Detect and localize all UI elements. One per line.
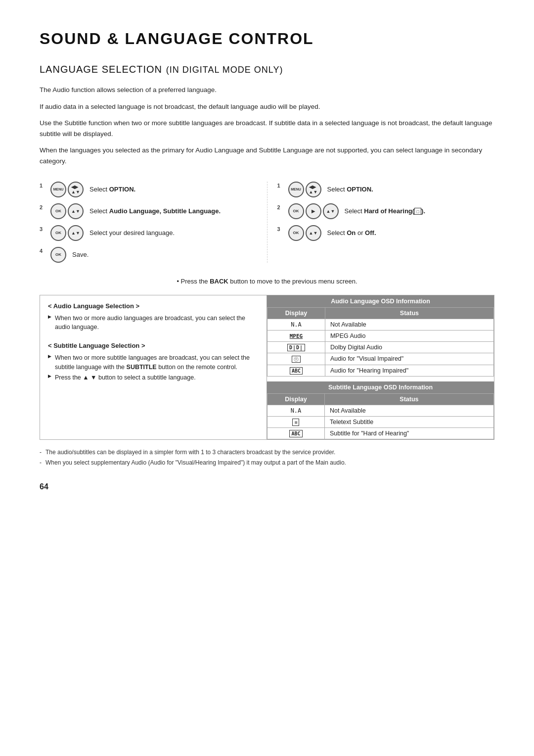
audio-display-na: N.A xyxy=(267,319,325,330)
subtitle-lang-section: < Subtitle Language Selection > When two… xyxy=(48,342,259,382)
audio-status-vi: Audio for "Visual Impaired" xyxy=(325,353,493,365)
intro-text-4: When the languages you selected as the p… xyxy=(40,145,494,166)
subtitle-row-txt: ≡ Teletext Subtitle xyxy=(267,416,494,427)
subtitle-status-abc: Subtitle for "Hard of Hearing" xyxy=(324,427,493,439)
arrow-btn-l2: ▲▼ xyxy=(68,203,84,219)
arrow-btn-r1: ◀▶▲▼ xyxy=(306,182,321,197)
up-btn-r2: ▲▼ xyxy=(323,203,339,219)
step-l1-text: Select OPTION. xyxy=(89,185,135,194)
footnote-1: The audio/subtitles can be displayed in … xyxy=(40,448,494,457)
bottom-right: Audio Language OSD Information Display S… xyxy=(267,295,494,439)
left-step-3: 3 OK ▲▼ Select your desired language. xyxy=(40,225,257,241)
step-label-l1: 1 xyxy=(40,183,44,189)
step-r3-buttons: OK ▲▼ xyxy=(288,225,321,241)
subtitle-col-display: Display xyxy=(267,393,325,405)
arrow-btn-l3: ▲▼ xyxy=(68,225,84,241)
step-l3-text: Select your desired language. xyxy=(89,228,175,238)
press-back-note: • Press the BACK button to move to the p… xyxy=(40,278,494,285)
step-l4-text: Save. xyxy=(72,250,89,260)
intro-text-2: If audio data in a selected language is … xyxy=(40,101,494,112)
step-r3-text: Select On or Off. xyxy=(327,228,376,238)
audio-display-dolby: D|D| xyxy=(267,341,325,353)
subtitle-row-abc: ABC Subtitle for "Hard of Hearing" xyxy=(267,427,494,439)
right-step-2: 2 OK ▶ ▲▼ Select Hard of Hearing(□). xyxy=(277,203,495,219)
step-label-r2: 2 xyxy=(277,204,282,210)
right-step-3: 3 OK ▲▼ Select On or Off. xyxy=(277,225,495,241)
teletext-icon: ≡ xyxy=(292,419,299,426)
step-l1-buttons: MENU ◀▶▲▼ xyxy=(50,182,84,197)
audio-osd-section: Audio Language OSD Information Display S… xyxy=(267,295,494,377)
audio-status-mpeg: MPEG Audio xyxy=(325,330,493,341)
audio-display-abc: ABC xyxy=(267,365,325,376)
subtitle-status-txt: Teletext Subtitle xyxy=(324,416,493,427)
audio-lang-item-1: When two or more audio languages are bro… xyxy=(48,314,259,332)
subtitle-lang-list: When two or more subtitle languages are … xyxy=(48,353,259,382)
audio-status-na: Not Available xyxy=(325,319,493,330)
subtitle-row-na: N.A Not Available xyxy=(267,405,494,416)
vi-icon: ㊉ xyxy=(292,356,301,363)
arrow-btn-l1: ◀▶▲▼ xyxy=(68,182,84,197)
menu-btn-l1: MENU xyxy=(50,182,66,197)
dolby-icon: D|D| xyxy=(287,344,305,351)
subtitle-lang-item-2: Press the ▲ ▼ button to select a subtitl… xyxy=(48,373,259,382)
right-instructions: 1 MENU ◀▶▲▼ Select OPTION. 2 OK ▶ ▲▼ Sel… xyxy=(267,182,495,263)
audio-row-vi: ㊉ Audio for "Visual Impaired" xyxy=(267,353,494,365)
subtitle-display-abc: ABC xyxy=(267,427,325,439)
subtitle-lang-title: < Subtitle Language Selection > xyxy=(48,342,259,349)
hearing-icon: □ xyxy=(414,208,421,215)
audio-lang-title: < Audio Language Selection > xyxy=(48,302,259,310)
audio-lang-list: When two or more audio languages are bro… xyxy=(48,314,259,332)
audio-row-na: N.A Not Available xyxy=(267,319,494,330)
audio-row-abc: ABC Audio for "Hearing Impaired" xyxy=(267,365,494,376)
ok-btn-l3: OK xyxy=(50,225,66,241)
subtitle-osd-table: Display Status N.A Not Available ≡ Telet… xyxy=(267,393,494,439)
audio-col-status: Status xyxy=(325,307,493,319)
step-label-r1: 1 xyxy=(277,183,282,189)
right-step-1: 1 MENU ◀▶▲▼ Select OPTION. xyxy=(277,182,495,197)
intro-text-3: Use the Subtitle function when two or mo… xyxy=(40,118,494,139)
subtitle-osd-section: Subtitle Language OSD Information Displa… xyxy=(267,381,494,439)
audio-status-dolby: Dolby Digital Audio xyxy=(325,341,493,353)
left-step-1: 1 MENU ◀▶▲▼ Select OPTION. xyxy=(40,182,257,197)
subtitle-abc-icon: ABC xyxy=(289,430,302,437)
page-title: SOUND & LANGUAGE CONTROL xyxy=(40,30,494,48)
step-r2-buttons: OK ▶ ▲▼ xyxy=(288,203,339,219)
subtitle-display-txt: ≡ xyxy=(267,416,325,427)
audio-row-dolby: D|D| Dolby Digital Audio xyxy=(267,341,494,353)
bottom-section: < Audio Language Selection > When two or… xyxy=(40,295,494,440)
bottom-left: < Audio Language Selection > When two or… xyxy=(40,295,267,439)
subtitle-display-na: N.A xyxy=(267,405,325,416)
subtitle-lang-item-1: When two or more subtitle languages are … xyxy=(48,353,259,372)
section-title: LANGUAGE SELECTION (IN DIGITAL MODE ONLY… xyxy=(40,62,494,76)
step-l2-text: Select Audio Language, Subtitle Language… xyxy=(89,206,221,216)
ok-btn-r3: OK xyxy=(288,225,304,241)
subtitle-col-status: Status xyxy=(324,393,493,405)
abc-icon: ABC xyxy=(290,367,303,375)
left-step-2: 2 OK ▲▼ Select Audio Language, Subtitle … xyxy=(40,203,257,219)
audio-status-abc: Audio for "Hearing Impaired" xyxy=(325,365,493,376)
audio-osd-header: Audio Language OSD Information xyxy=(267,295,494,307)
ok-btn-r2: OK xyxy=(288,203,304,219)
subtitle-osd-header: Subtitle Language OSD Information xyxy=(267,381,494,393)
audio-row-mpeg: MPEG MPEG Audio xyxy=(267,330,494,341)
step-r1-text: Select OPTION. xyxy=(327,185,373,194)
audio-display-mpeg: MPEG xyxy=(267,330,325,341)
step-l3-buttons: OK ▲▼ xyxy=(50,225,84,241)
audio-col-display: Display xyxy=(267,307,325,319)
step-r1-buttons: MENU ◀▶▲▼ xyxy=(288,182,321,197)
section-title-main: LANGUAGE SELECTION xyxy=(40,64,162,75)
step-l2-buttons: OK ▲▼ xyxy=(50,203,84,219)
ok-btn-l4: OK xyxy=(50,247,66,263)
step-label-l3: 3 xyxy=(40,226,44,232)
footnotes: The audio/subtitles can be displayed in … xyxy=(40,448,494,468)
arrow-btn-r3: ▲▼ xyxy=(306,225,321,241)
section-subtitle: (IN DIGITAL MODE ONLY) xyxy=(166,65,283,75)
left-step-4: 4 OK Save. xyxy=(40,247,257,263)
step-label-l4: 4 xyxy=(40,248,44,254)
subtitle-status-na: Not Available xyxy=(324,405,493,416)
page-number: 64 xyxy=(40,482,494,491)
left-instructions: 1 MENU ◀▶▲▼ Select OPTION. 2 OK ▲▼ Selec… xyxy=(40,182,267,263)
step-label-r3: 3 xyxy=(277,226,282,232)
arrow-btn-r2: ▶ xyxy=(306,203,321,219)
audio-display-vi: ㊉ xyxy=(267,353,325,365)
